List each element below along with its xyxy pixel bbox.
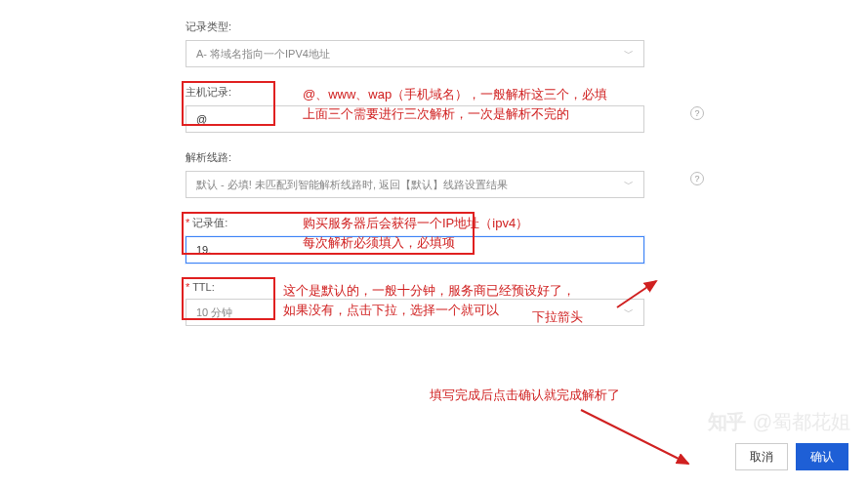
annotation-value-2: 每次解析必须填入，必填项 [303,233,455,253]
route-line-row: 解析线路: 默认 - 必填! 未匹配到智能解析线路时, 返回【默认】线路设置结果… [186,150,682,198]
annotation-ttl-1: 这个是默认的，一般十分钟，服务商已经预设好了， [283,281,575,301]
confirm-button[interactable]: 确认 [796,443,848,470]
arrow-graphic [576,405,703,478]
svg-line-1 [581,410,688,464]
annotation-host-2: 上面三个需要进行三次解析，一次是解析不完的 [303,104,569,124]
record-value-text: 19. [196,244,211,256]
chevron-down-icon: ﹀ [624,305,634,319]
chevron-down-icon: ﹀ [624,178,634,191]
watermark-author: @蜀都花姐 [753,409,850,435]
cancel-button[interactable]: 取消 [735,443,788,470]
ttl-value: 10 分钟 [196,305,232,320]
record-type-value: A- 将域名指向一个IPV4地址 [196,47,330,61]
footer-buttons: 取消 确认 [735,443,848,470]
annotation-arrow-label: 下拉箭头 [532,307,583,327]
help-icon[interactable]: ? [690,172,704,185]
host-record-row: 主机记录: @ ? @、www、wap（手机域名），一般解析这三个，必填 上面三… [186,85,682,133]
annotation-host-1: @、www、wap（手机域名），一般解析这三个，必填 [303,85,607,104]
route-line-select[interactable]: 默认 - 必填! 未匹配到智能解析线路时, 返回【默认】线路设置结果 ﹀ [186,171,644,198]
annotation-ttl-2: 如果没有，点击下拉，选择一个就可以 [283,301,499,320]
annotation-value-1: 购买服务器后会获得一个IP地址（ipv4） [303,214,528,233]
dns-form: 记录类型: A- 将域名指向一个IPV4地址 ﹀ 主机记录: @ ? @、www… [0,0,868,326]
help-icon[interactable]: ? [690,106,704,120]
ttl-row: TTL: 10 分钟 ﹀ 这个是默认的，一般十分钟，服务商已经预设好了， 如果没… [186,281,682,326]
annotation-final: 填写完成后点击确认就完成解析了 [430,386,620,405]
record-type-label: 记录类型: [186,20,682,34]
watermark: 知乎 @蜀都花姐 [708,409,850,435]
zhihu-logo: 知乎 [708,409,745,435]
record-type-row: 记录类型: A- 将域名指向一个IPV4地址 ﹀ [186,20,682,67]
route-line-label: 解析线路: [186,150,682,165]
record-type-select[interactable]: A- 将域名指向一个IPV4地址 ﹀ [186,40,644,67]
record-value-row: 记录值: 19. 购买服务器后会获得一个IP地址（ipv4） 每次解析必须填入，… [186,216,682,264]
route-line-value: 默认 - 必填! 未匹配到智能解析线路时, 返回【默认】线路设置结果 [196,178,508,192]
host-record-value: @ [196,113,207,125]
chevron-down-icon: ﹀ [624,47,634,61]
